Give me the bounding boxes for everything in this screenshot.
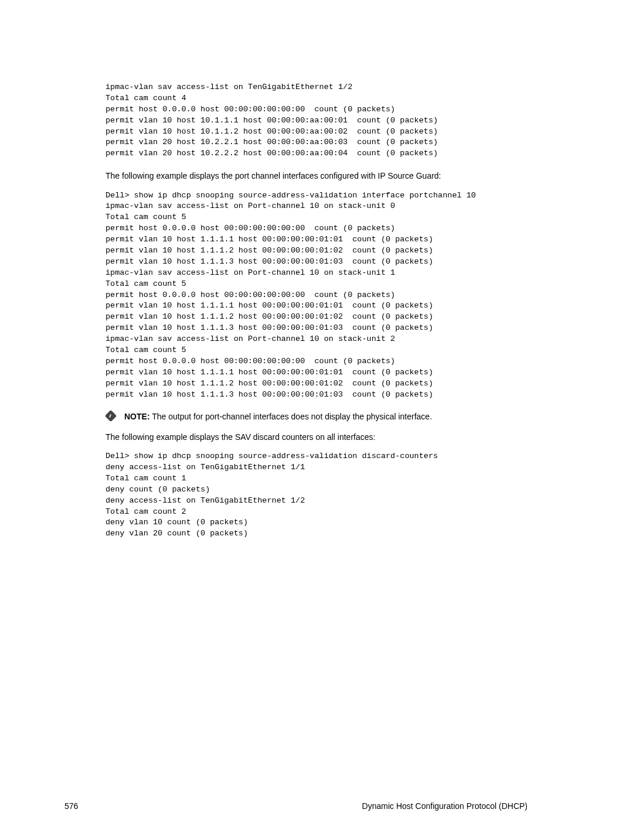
paragraph-port-channel-intro: The following example displays the port … <box>106 170 528 182</box>
terminal-output-3: Dell> show ip dhcp snooping source-addre… <box>106 451 528 539</box>
terminal-output-2: Dell> show ip dhcp snooping source-addre… <box>106 190 528 401</box>
page-number: 576 <box>64 801 78 811</box>
note-block: NOTE: The output for port-channel interf… <box>106 411 528 422</box>
paragraph-sav-discard-intro: The following example displays the SAV d… <box>106 431 528 443</box>
note-text: NOTE: The output for port-channel interf… <box>124 411 432 422</box>
document-page: ipmac-vlan sav access-list on TenGigabit… <box>0 0 633 840</box>
page-footer: 576 Dynamic Host Configuration Protocol … <box>0 801 633 811</box>
terminal-output-1: ipmac-vlan sav access-list on TenGigabit… <box>106 82 528 159</box>
footer-section-title: Dynamic Host Configuration Protocol (DHC… <box>362 801 528 811</box>
note-body: The output for port-channel interfaces d… <box>150 412 432 421</box>
note-label: NOTE: <box>124 412 150 421</box>
note-icon <box>106 411 116 421</box>
